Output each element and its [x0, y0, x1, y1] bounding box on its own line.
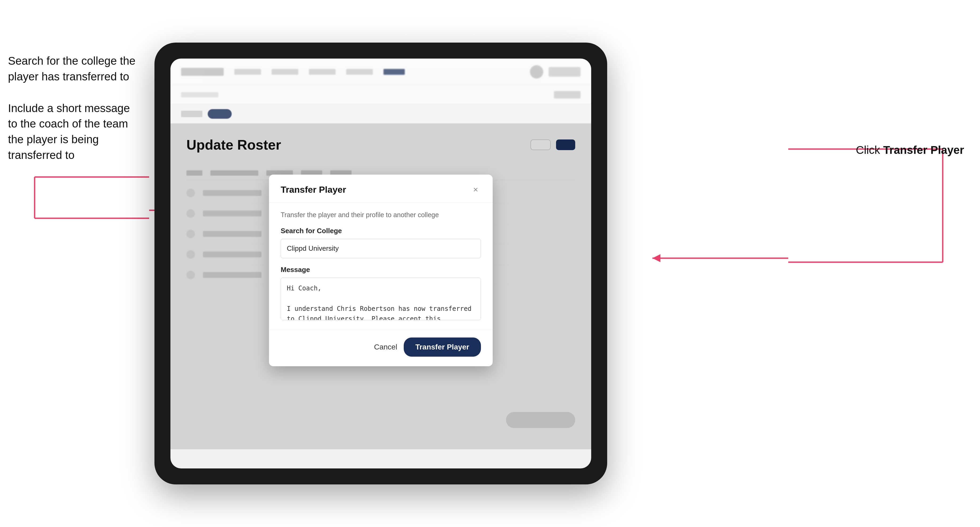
nav-avatar: [530, 65, 543, 78]
nav-item-active: [383, 69, 405, 75]
modal-overlay: Transfer Player × Transfer the player an…: [170, 124, 591, 449]
main-content: Update Roster: [170, 124, 591, 449]
sub-nav-item-1: [181, 92, 218, 97]
annotation-right-prefix: Click: [856, 144, 883, 156]
tab-bar: [170, 104, 591, 124]
modal-close-button[interactable]: ×: [470, 184, 481, 195]
modal-footer: Cancel Transfer Player: [269, 330, 493, 366]
search-college-label: Search for College: [281, 227, 481, 235]
sub-nav: [170, 85, 591, 104]
nav-item-2: [272, 69, 298, 75]
annotation-left: Search for the college the player has tr…: [8, 53, 146, 163]
message-label: Message: [281, 266, 481, 274]
nav-item-1: [234, 69, 261, 75]
annotation-right: Click Transfer Player: [856, 144, 964, 157]
nav-bar: [170, 59, 591, 85]
annotation-right-bold: Transfer Player: [883, 144, 964, 156]
nav-item-3: [309, 69, 336, 75]
nav-item-4: [346, 69, 373, 75]
message-textarea[interactable]: Hi Coach, I understand Chris Robertson h…: [281, 278, 481, 320]
annotation-message-line3: the player is being: [8, 132, 146, 148]
modal-header: Transfer Player ×: [269, 175, 493, 203]
annotation-message-line2: to the coach of the team: [8, 116, 146, 132]
annotation-message-line4: transferred to: [8, 148, 146, 163]
annotation-message-line1: Include a short message: [8, 101, 146, 116]
cancel-button[interactable]: Cancel: [374, 343, 397, 351]
transfer-player-button[interactable]: Transfer Player: [404, 338, 481, 357]
transfer-modal: Transfer Player × Transfer the player an…: [269, 175, 493, 366]
tab-item-active: [208, 109, 232, 119]
nav-btn: [549, 67, 581, 77]
tablet-frame: Update Roster: [154, 43, 607, 484]
modal-title: Transfer Player: [281, 184, 346, 195]
annotation-search-line1: Search for the college the: [8, 53, 146, 69]
tab-item-1: [181, 111, 202, 117]
modal-subtitle: Transfer the player and their profile to…: [281, 211, 481, 219]
modal-body: Transfer the player and their profile to…: [269, 203, 493, 330]
tablet-screen: Update Roster: [170, 59, 591, 468]
svg-marker-4: [652, 254, 660, 262]
nav-right: [530, 65, 581, 78]
annotation-search-line2: player has transferred to: [8, 69, 146, 85]
nav-logo: [181, 68, 224, 76]
search-college-input[interactable]: [281, 239, 481, 258]
sub-nav-right: [554, 91, 581, 98]
